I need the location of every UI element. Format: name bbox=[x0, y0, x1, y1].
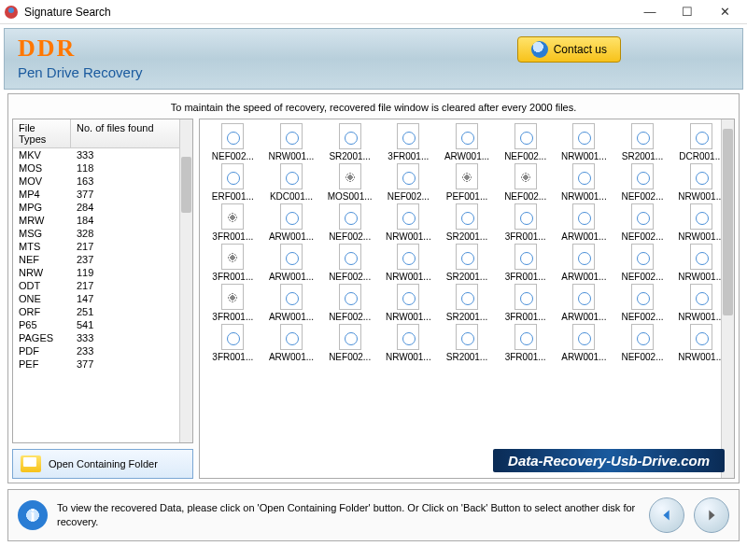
file-icon bbox=[631, 284, 654, 310]
file-item[interactable]: 3FR001... bbox=[205, 203, 261, 242]
table-row[interactable]: MOS118 bbox=[13, 161, 192, 175]
file-item[interactable]: 3FR001... bbox=[498, 324, 553, 362]
svg-point-1 bbox=[8, 7, 14, 13]
close-button[interactable]: ✕ bbox=[706, 0, 743, 24]
table-row[interactable]: MRW184 bbox=[13, 214, 192, 227]
file-item[interactable]: NEF002... bbox=[498, 163, 553, 202]
file-name: NEF002... bbox=[326, 312, 374, 322]
file-item[interactable]: SR2001... bbox=[440, 244, 495, 282]
table-row[interactable]: MTS217 bbox=[13, 240, 192, 253]
cell-type: MP4 bbox=[19, 189, 77, 200]
file-item[interactable]: NEF002... bbox=[615, 163, 670, 202]
file-icon bbox=[221, 244, 244, 270]
file-item[interactable]: SR2001... bbox=[440, 324, 495, 362]
back-button[interactable] bbox=[649, 497, 684, 533]
table-row[interactable]: PAGES333 bbox=[13, 331, 192, 344]
file-item[interactable]: NEF002... bbox=[322, 203, 377, 242]
col-file-types[interactable]: File Types bbox=[13, 119, 71, 147]
table-row[interactable]: NEF237 bbox=[13, 253, 192, 266]
cell-count: 377 bbox=[77, 358, 187, 370]
file-name: NEF002... bbox=[618, 312, 667, 322]
file-item[interactable]: 3FR001... bbox=[498, 244, 553, 282]
cell-count: 284 bbox=[77, 202, 187, 213]
file-item[interactable]: PEF001... bbox=[440, 163, 495, 202]
file-item[interactable]: NRW001... bbox=[557, 123, 612, 161]
table-row[interactable]: MKV333 bbox=[13, 148, 192, 161]
table-row[interactable]: PEF377 bbox=[13, 357, 192, 371]
file-item[interactable]: ARW001... bbox=[264, 203, 319, 242]
file-item[interactable]: NRW001... bbox=[381, 203, 436, 242]
table-scrollbar[interactable] bbox=[179, 119, 192, 442]
file-item[interactable]: NRW001... bbox=[264, 123, 319, 161]
file-name: ARW001... bbox=[267, 352, 316, 362]
file-item[interactable]: SR2001... bbox=[440, 203, 495, 242]
file-item[interactable]: 3FR001... bbox=[205, 244, 261, 282]
file-item[interactable]: ARW001... bbox=[264, 324, 319, 362]
file-item[interactable]: NEF002... bbox=[205, 123, 261, 161]
table-row[interactable]: MOV163 bbox=[13, 175, 192, 188]
file-item[interactable]: SR2001... bbox=[322, 123, 377, 161]
table-row[interactable]: ODT217 bbox=[13, 279, 192, 292]
file-item[interactable]: 3FR001... bbox=[498, 203, 553, 242]
table-row[interactable]: MPG284 bbox=[13, 201, 192, 214]
file-item[interactable]: NRW001... bbox=[381, 324, 436, 362]
file-icon bbox=[456, 163, 478, 189]
file-icon bbox=[397, 203, 419, 230]
file-item[interactable]: KDC001... bbox=[264, 163, 319, 202]
file-item[interactable]: NRW001... bbox=[557, 163, 612, 202]
scrollbar-thumb[interactable] bbox=[723, 129, 733, 315]
file-item[interactable]: ARW001... bbox=[557, 203, 612, 242]
file-icon bbox=[572, 244, 595, 270]
maximize-button[interactable]: ☐ bbox=[669, 0, 706, 24]
file-icon bbox=[339, 324, 361, 350]
contact-us-button[interactable]: Contact us bbox=[517, 36, 621, 63]
table-row[interactable]: MP4377 bbox=[13, 188, 192, 201]
table-row[interactable]: NRW119 bbox=[13, 266, 192, 279]
file-name: ERF001... bbox=[208, 191, 257, 202]
file-item[interactable]: MOS001... bbox=[322, 163, 377, 202]
file-item[interactable]: ARW001... bbox=[557, 284, 612, 322]
file-item[interactable]: ARW001... bbox=[264, 244, 319, 282]
file-item[interactable]: NEF002... bbox=[498, 123, 553, 161]
file-item[interactable]: ERF001... bbox=[205, 163, 261, 202]
file-icon bbox=[397, 244, 419, 270]
file-item[interactable]: NRW001... bbox=[381, 284, 436, 322]
file-name: ARW001... bbox=[559, 352, 608, 362]
file-item[interactable]: NEF002... bbox=[322, 244, 377, 282]
table-row[interactable]: ONE147 bbox=[13, 292, 192, 305]
content-panel: To maintain the speed of recovery, recov… bbox=[7, 93, 740, 483]
file-icon bbox=[690, 123, 712, 149]
file-item[interactable]: 3FR001... bbox=[205, 324, 261, 362]
file-item[interactable]: 3FR001... bbox=[498, 284, 553, 322]
file-item[interactable]: NEF002... bbox=[322, 284, 377, 322]
file-item[interactable]: ARW001... bbox=[557, 324, 612, 362]
file-item[interactable]: NEF002... bbox=[615, 324, 670, 362]
file-icon bbox=[514, 203, 537, 230]
file-item[interactable]: SR2001... bbox=[440, 284, 495, 322]
table-row[interactable]: P65541 bbox=[13, 318, 192, 331]
next-button[interactable] bbox=[694, 497, 729, 533]
file-item[interactable]: SR2001... bbox=[615, 123, 670, 161]
file-item[interactable]: 3FR001... bbox=[381, 123, 436, 161]
file-item[interactable]: 3FR001... bbox=[205, 284, 261, 322]
file-item[interactable]: NRW001... bbox=[381, 244, 436, 282]
minimize-button[interactable]: — bbox=[631, 0, 669, 24]
files-scrollbar[interactable] bbox=[721, 119, 734, 478]
col-files-found[interactable]: No. of files found bbox=[71, 119, 192, 147]
open-containing-folder-button[interactable]: Open Containing Folder bbox=[12, 449, 193, 479]
table-row[interactable]: ORF251 bbox=[13, 305, 192, 318]
file-icon bbox=[690, 163, 712, 189]
file-name: KDC001... bbox=[267, 191, 316, 202]
file-name: 3FR001... bbox=[501, 272, 550, 282]
file-item[interactable]: NEF002... bbox=[615, 203, 670, 242]
table-row[interactable]: MSG328 bbox=[13, 227, 192, 240]
file-item[interactable]: ARW001... bbox=[557, 244, 612, 282]
file-item[interactable]: NEF002... bbox=[322, 324, 377, 362]
table-row[interactable]: PDF233 bbox=[13, 344, 192, 357]
file-item[interactable]: ARW001... bbox=[264, 284, 319, 322]
file-item[interactable]: ARW001... bbox=[440, 123, 495, 161]
scrollbar-thumb[interactable] bbox=[181, 157, 191, 213]
file-item[interactable]: NEF002... bbox=[615, 244, 670, 282]
file-item[interactable]: NEF002... bbox=[381, 163, 436, 202]
file-item[interactable]: NEF002... bbox=[615, 284, 670, 322]
